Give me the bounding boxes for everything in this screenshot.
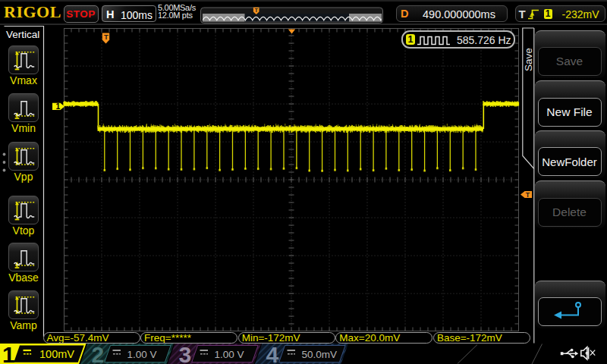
svg-text:T: T bbox=[526, 191, 530, 199]
svg-text:T: T bbox=[254, 7, 258, 14]
svg-text:2: 2 bbox=[92, 342, 105, 364]
svg-text:4: 4 bbox=[266, 342, 279, 364]
svg-text:T: T bbox=[104, 33, 109, 41]
svg-text:50.0mV: 50.0mV bbox=[302, 349, 338, 360]
svg-text:100mV: 100mV bbox=[39, 348, 74, 360]
svg-text:1: 1 bbox=[2, 342, 15, 364]
svg-text:1: 1 bbox=[56, 102, 61, 111]
svg-text:1.00 V: 1.00 V bbox=[127, 349, 157, 360]
svg-text:3: 3 bbox=[179, 342, 192, 364]
svg-text:1.00 V: 1.00 V bbox=[215, 349, 244, 360]
